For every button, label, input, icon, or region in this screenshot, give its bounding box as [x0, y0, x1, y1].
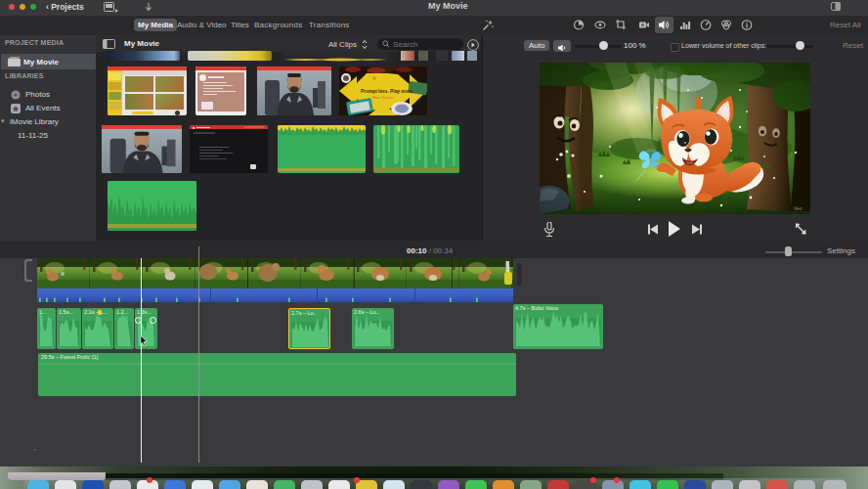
svg-text:Veo: Veo — [794, 205, 803, 211]
